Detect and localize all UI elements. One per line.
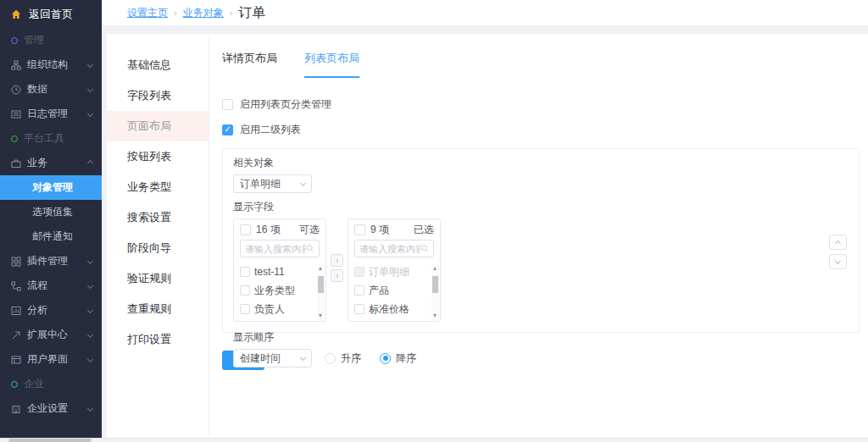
item-checkbox[interactable] [240,285,250,296]
tab-detail-page-layout[interactable]: 详情页布局 [222,51,277,78]
item-checkbox[interactable] [240,267,250,277]
order-field-select[interactable]: 创建时间 [233,349,312,367]
target-list-scrollbar[interactable] [431,264,439,320]
list-item[interactable]: 产品 [354,281,430,300]
move-left-button[interactable]: ‹ [331,269,343,282]
breadcrumb-link-business-objects[interactable]: 业务对象 [183,6,224,20]
move-down-button[interactable] [829,254,847,269]
scrollbar-thumb[interactable] [432,276,438,293]
move-right-button[interactable]: › [331,254,343,267]
sidebar-item-org-structure[interactable]: 组织结构 [0,52,102,77]
transfer-source-header: 16 项 可选 [234,219,326,240]
item-checkbox[interactable] [240,304,250,314]
ascending-radio[interactable]: 升序 [325,351,361,366]
target-count: 9 项 [370,223,414,237]
tab-list-page-layout[interactable]: 列表页布局 [304,51,359,78]
sidebar-item-plugin-manage[interactable]: 插件管理 [0,249,102,273]
breadcrumb-link-settings-home[interactable]: 设置主页 [127,6,168,20]
building-icon [11,404,21,414]
list-item[interactable]: 负责人 [240,300,315,318]
sidebar-subitem-option-sets[interactable]: 选项值集 [0,200,102,224]
move-up-button[interactable] [829,235,847,250]
menu-item-stage-wizard[interactable]: 阶段向导 [107,233,209,263]
menu-item-business-type[interactable]: 业务类型 [107,172,209,202]
clock-icon [11,85,21,95]
chevron-down-icon [300,354,306,360]
target-list: 订单明细 产品 标准价格 [348,261,440,318]
menu-item-page-layout[interactable]: 页面布局 [107,111,209,141]
enable-sublist-checkbox[interactable] [222,124,233,135]
menu-item-dedupe-rules[interactable]: 查重规则 [107,294,209,324]
list-item[interactable]: test-11 [240,262,315,281]
select-all-source-checkbox[interactable] [240,224,251,235]
select-all-target-checkbox[interactable] [354,224,365,235]
chevron-down-icon [87,307,93,313]
horizontal-scrollbar-thumb[interactable] [8,439,92,442]
sidebar-item-log-manage[interactable]: 日志管理 [0,102,102,126]
chevron-down-icon [87,283,93,289]
horizontal-scrollbar[interactable] [0,438,868,442]
search-icon [306,244,314,253]
target-search-input[interactable] [359,244,420,254]
source-count: 16 项 [256,223,299,237]
source-list-scrollbar[interactable] [317,264,325,320]
display-order-label: 显示顺序 [233,330,859,345]
sidebar-item-extension-center[interactable]: 扩展中心 [0,323,102,347]
related-object-select[interactable]: 订单明细 [233,174,312,193]
source-search-input[interactable] [245,244,306,254]
sidebar-item-company-settings[interactable]: 企业设置 [0,396,102,421]
transfer-controls: › ‹ [331,254,343,282]
scroll-down-icon[interactable] [317,312,325,320]
sidebar-item-data[interactable]: 数据 [0,77,102,102]
sidebar-subitem-mail-notify[interactable]: 邮件通知 [0,224,102,249]
list-item[interactable]: 标准价格 [354,300,430,318]
target-search [354,240,434,257]
sidebar-item-platform-tools[interactable]: 平台工具 [0,126,102,151]
flow-icon [11,281,21,291]
briefcase-icon [11,158,21,169]
sidebar-item-manage[interactable]: 管理 [0,28,102,52]
menu-item-basic-info[interactable]: 基础信息 [107,50,209,80]
chevron-up-icon [87,160,93,166]
source-tag: 可选 [299,223,320,237]
list-item[interactable]: 业务类型 [240,281,315,300]
enable-category-checkbox[interactable] [222,99,233,110]
scroll-up-icon[interactable] [431,264,439,272]
scroll-down-icon[interactable] [431,312,439,320]
settings-menu: 基础信息 字段列表 页面布局 按钮列表 业务类型 搜索设置 阶段向导 验证规则 … [107,34,209,438]
sidebar-item-flow[interactable]: 流程 [0,273,102,298]
target-tag: 已选 [414,223,434,237]
org-chart-icon [11,60,21,70]
source-list: test-11 业务类型 负责人 [234,261,326,318]
expand-arrow-icon [11,330,21,340]
item-checkbox[interactable] [354,304,364,314]
sidebar-item-analysis[interactable]: 分析 [0,298,102,323]
cyan-circle-icon [11,381,18,388]
menu-item-validation-rules[interactable]: 验证规则 [107,263,209,294]
item-checkbox[interactable] [354,285,364,296]
display-fields-label: 显示字段 [233,200,859,214]
app-window: 返回首页 管理 组织结构 数据 日志管理 平台工具 业务 [0,0,868,442]
sidebar-item-company[interactable]: 企业 [0,372,102,396]
transfer-source-box: 16 项 可选 test-11 [233,218,326,322]
ui-window-icon [11,355,21,365]
menu-item-search-settings[interactable]: 搜索设置 [107,202,209,233]
sidebar-home-label: 返回首页 [29,7,73,22]
menu-item-button-list[interactable]: 按钮列表 [107,141,209,172]
scroll-up-icon[interactable] [317,264,325,272]
enable-sublist-label: 启用二级列表 [240,123,301,137]
chevron-down-icon [87,258,93,264]
sidebar-subitem-object-manage[interactable]: 对象管理 [0,175,102,200]
menu-item-print-settings[interactable]: 打印设置 [107,324,209,355]
log-list-icon [11,109,21,119]
chevron-down-icon [835,257,841,263]
home-icon [11,9,21,19]
sidebar-item-user-interface[interactable]: 用户界面 [0,347,102,372]
sidebar-home-link[interactable]: 返回首页 [0,0,102,28]
scrollbar-thumb[interactable] [318,276,324,293]
menu-item-field-list[interactable]: 字段列表 [107,80,209,111]
transfer-target-box: 9 项 已选 订单明细 [348,218,441,322]
sidebar-item-business[interactable]: 业务 [0,151,102,175]
display-order-row: 创建时间 升序 降序 [233,349,859,367]
descending-radio[interactable]: 降序 [380,351,416,366]
